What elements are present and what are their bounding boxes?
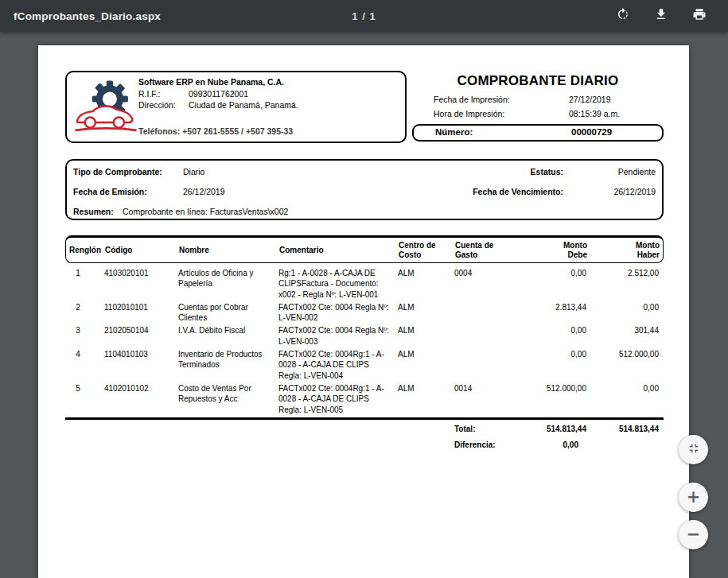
col-nombre: Nombre [177,246,277,255]
cell-codigo: 4102010102 [102,383,176,415]
phones-label: Teléfonos: [138,126,180,136]
cell-renglon: 5 [65,383,102,415]
address-label: Dirección: [138,100,176,110]
col-monto-haber: Monto Haber [591,241,664,259]
cell-debe: 0,00 [517,268,590,300]
diferencia-value: 0,00 [517,440,590,449]
rotate-icon [616,7,630,25]
table-row: 14103020101Artículos de Oficina y Papele… [65,268,664,300]
cell-nombre: Inventario de Productos Terminados [176,349,276,381]
table-row: 32102050104I.V.A. Débito FiscalFACTx002 … [65,325,664,347]
print-date-label: Fecha de Impresión: [434,95,510,104]
rotate-button[interactable] [615,8,631,24]
estatus-value: Pendiente [618,167,656,177]
ledger-table: Renglón Código Nombre Comentario Centro … [65,235,664,449]
estatus-label: Estatus: [531,167,563,177]
zoom-in-icon: + [687,489,701,506]
table-row: 41104010103Inventario de Productos Termi… [65,349,664,381]
table-body: 14103020101Artículos de Oficina y Papele… [65,268,664,415]
pdf-toolbar: 1 / 1 fComprobantes_Diario.aspx [0,0,728,32]
cell-cuenta: 0004 [452,268,517,300]
cell-debe: 512.000,00 [517,383,590,415]
cell-nombre: I.V.A. Débito Fiscal [176,325,276,347]
zoom-out-icon: − [687,526,701,543]
col-monto-debe: Monto Debe [518,241,591,259]
total-debe: 514.813,44 [517,425,590,433]
fit-page-icon [687,441,701,459]
total-row: Total: 514.813,44 514.813,44 [65,420,664,433]
table-header: Renglón Código Nombre Comentario Centro … [65,235,664,263]
company-header-box: Software ERP en Nube Panama, C.A. R.I.F.… [65,71,407,143]
cell-comentario: Rg:1 - A-0028 - A-CAJA DE CLIPSFactura -… [276,268,395,300]
print-icon [692,7,707,25]
cell-haber: 0,00 [590,302,664,324]
tipo-value: Diario [183,167,204,177]
cell-renglon: 2 [65,302,102,324]
cell-haber: 2.512,00 [590,268,664,300]
cell-haber: 301,44 [590,325,664,347]
vencimiento-label: Fecha de Vencimiento: [473,187,563,196]
numero-value: 00000729 [571,127,612,137]
table-row: 54102010102Costo de Ventas Por Repuestos… [65,383,664,415]
cell-cuenta [452,302,517,324]
table-row: 21102010101Cuentas por Cobrar ClientesFA… [65,302,664,324]
col-comentario: Comentario [277,246,396,255]
diferencia-row: Diferencia: 0,00 [65,433,664,449]
phones-line: Teléfonos: +507 261-5555 / +507 395-33 [138,126,293,136]
cell-renglon: 3 [65,325,102,347]
fit-page-button[interactable] [679,435,708,464]
cell-codigo: 4103020101 [102,268,176,300]
voucher-info-box: Tipo de Comprobante: Diario Estatus: Pen… [65,159,664,220]
numero-label: Número: [435,127,473,137]
pdf-page: Software ERP en Nube Panama, C.A. R.I.F.… [38,45,689,578]
company-logo-icon [73,76,138,140]
cell-comentario: FACTx002 Cte: 0004 Regla Nº: L-VEN-002 [276,302,395,324]
total-label: Total: [452,425,517,433]
cell-codigo: 1104010103 [102,349,176,381]
cell-comentario: FACTx002 Cte: 0004 Regla Nº: L-VEN-003 [276,325,395,347]
cell-centro: ALM [395,268,452,300]
cell-debe: 0,00 [517,349,590,381]
print-time-value: 08:15:39 a.m. [569,109,620,118]
rif-value: 0993011762001 [189,89,248,99]
address-value: Ciudad de Panamá, Panamá. [189,100,298,110]
cell-cuenta [452,325,517,347]
diferencia-label: Diferencia: [452,440,517,449]
resumen-label: Resumen: [73,207,114,216]
zoom-out-button[interactable]: − [679,520,708,549]
print-time-label: Hora de Impresión: [434,109,504,118]
cell-haber: 512.000,00 [590,349,664,381]
cell-centro: ALM [395,325,452,347]
company-name: Software ERP en Nube Panama, C.A. [138,77,284,87]
cell-nombre: Cuentas por Cobrar Clientes [176,302,276,324]
cell-codigo: 1102010101 [102,302,176,324]
toolbar-actions [615,8,728,24]
cell-centro: ALM [395,383,452,415]
cell-renglon: 4 [65,349,102,381]
cell-cuenta: 0014 [452,383,517,415]
download-icon [654,7,668,25]
zoom-in-button[interactable]: + [679,483,708,512]
cell-nombre: Costo de Ventas Por Repuestos y Acc [176,383,276,415]
cell-comentario: FACTx002 Cte: 0004Rg:1 - A-0028 - A-CAJA… [276,383,395,415]
tipo-label: Tipo de Comprobante: [73,167,162,177]
col-renglon: Renglón [66,246,103,255]
download-button[interactable] [653,8,669,24]
rif-label: R.I.F.: [138,89,160,99]
cell-debe: 2.813,44 [517,302,590,324]
voucher-title: COMPROBANTE DIARIO [412,73,664,89]
numero-box: Número: 00000729 [412,124,664,142]
cell-centro: ALM [395,349,452,381]
phones-value: +507 261-5555 / +507 395-33 [182,126,293,136]
cell-cuenta [452,349,517,381]
cell-comentario: FACTx002 Cte: 0004Rg:1 - A-0028 - A-CAJA… [276,349,395,381]
col-codigo: Código [103,246,177,255]
cell-debe: 0,00 [517,325,590,347]
cell-nombre: Artículos de Oficina y Papelería [176,268,276,300]
col-centro-costo: Centro de Costo [396,241,453,259]
vencimiento-value: 26/12/2019 [613,187,656,196]
print-button[interactable] [691,8,707,24]
resumen-value: Comprobante en línea: FacturasVentas\x00… [123,207,288,216]
total-haber: 514.813,44 [590,425,664,433]
print-date-value: 27/12/2019 [569,95,611,104]
